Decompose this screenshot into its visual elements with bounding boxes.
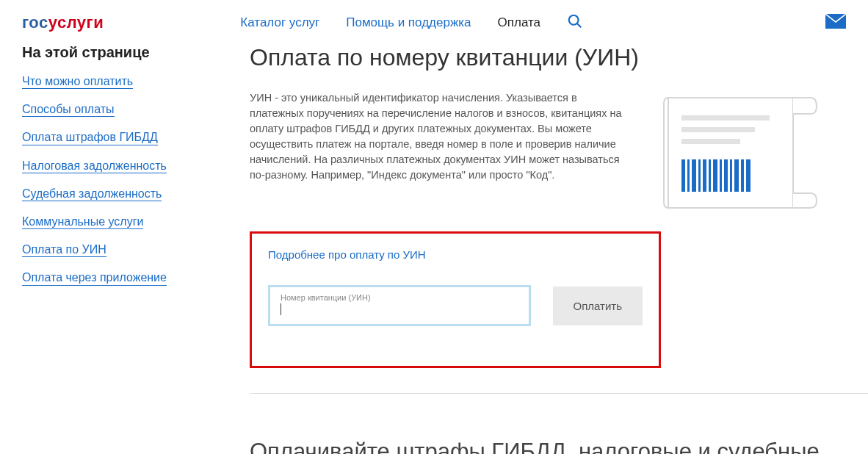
nav-payment[interactable]: Оплата [498, 15, 540, 30]
svg-rect-11 [703, 159, 706, 192]
uin-input-label: Номер квитанции (УИН) [281, 293, 518, 302]
svg-rect-14 [720, 159, 722, 192]
logo[interactable]: госуслуги [22, 13, 104, 32]
svg-rect-10 [698, 159, 701, 192]
svg-rect-16 [730, 159, 732, 192]
sidebar-item-3[interactable]: Налоговая задолженность [22, 159, 167, 173]
sidebar-item-2[interactable]: Оплата штрафов ГИБДД [22, 130, 158, 145]
svg-rect-19 [746, 159, 751, 192]
sidebar-item-5[interactable]: Коммунальные услуги [22, 215, 143, 229]
svg-rect-15 [724, 159, 728, 192]
sidebar-item-4[interactable]: Судебная задолженность [22, 187, 162, 201]
nav-catalog[interactable]: Каталог услуг [240, 15, 319, 30]
sidebar-item-0[interactable]: Что можно оплатить [22, 74, 133, 89]
divider [250, 393, 868, 394]
sidebar-item-1[interactable]: Способы оплаты [22, 102, 115, 117]
svg-rect-9 [692, 159, 696, 192]
sidebar-title: На этой странице [22, 44, 213, 61]
sidebar-item-6[interactable]: Оплата по УИН [22, 242, 106, 257]
mail-icon[interactable] [825, 14, 846, 32]
svg-rect-7 [681, 159, 685, 192]
receipt-illustration [654, 90, 822, 218]
pay-button[interactable]: Оплатить [553, 287, 643, 325]
description-text: УИН - это уникальный идентификатор начис… [250, 90, 632, 218]
svg-rect-6 [681, 139, 740, 144]
svg-rect-5 [681, 127, 755, 132]
sidebar: На этой странице Что можно оплатить Спос… [22, 44, 213, 454]
svg-rect-13 [713, 159, 717, 192]
input-cursor [281, 303, 281, 315]
svg-line-1 [577, 24, 581, 27]
svg-rect-12 [709, 159, 711, 192]
svg-rect-4 [681, 115, 770, 120]
logo-part1: гос [22, 13, 48, 32]
uin-input[interactable]: Номер квитанции (УИН) [268, 285, 531, 326]
svg-point-0 [569, 15, 579, 25]
more-info-link[interactable]: Подробнее про оплату по УИН [268, 248, 426, 261]
svg-rect-17 [734, 159, 739, 192]
nav-help[interactable]: Помощь и поддержка [346, 15, 471, 30]
sidebar-item-7[interactable]: Оплата через приложение [22, 270, 167, 285]
logo-part2: услуги [48, 13, 104, 32]
page-title: Оплата по номеру квитанции (УИН) [250, 44, 868, 71]
svg-rect-8 [687, 159, 690, 192]
svg-rect-18 [741, 159, 744, 192]
search-icon[interactable] [567, 13, 583, 32]
payment-form-box: Подробнее про оплату по УИН Номер квитан… [250, 231, 661, 368]
section2-title: Оплачивайте штрафы ГИБДД, налоговые и су… [250, 436, 868, 454]
